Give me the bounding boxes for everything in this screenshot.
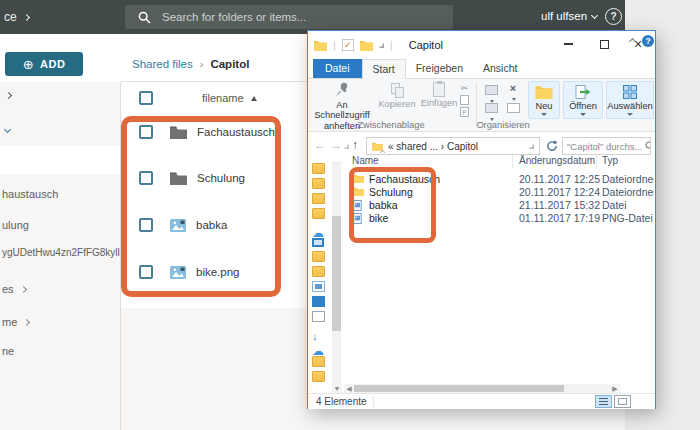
sidebar-selected-item[interactable]: [0, 146, 120, 174]
refresh-icon[interactable]: [546, 140, 558, 152]
sidebar-item-fachaustausch[interactable]: haustausch: [2, 188, 58, 200]
copy-path-icon[interactable]: [458, 94, 471, 106]
column-separator[interactable]: [596, 153, 597, 168]
row-checkbox[interactable]: [139, 265, 153, 279]
download-icon[interactable]: [312, 326, 325, 337]
select-all-checkbox[interactable]: [139, 91, 153, 105]
scroll-right-icon[interactable]: ▶: [610, 384, 620, 393]
row-checkbox[interactable]: [139, 218, 153, 232]
column-headers: Name Änderungsdatum Typ: [308, 152, 655, 169]
file-name: babka: [369, 199, 398, 211]
add-button[interactable]: ⊕ ADD: [5, 52, 83, 76]
pc-icon[interactable]: [312, 296, 325, 307]
new-folder-icon[interactable]: [360, 40, 373, 51]
paste-shortcut-icon[interactable]: P: [458, 106, 471, 118]
explorer-file-row[interactable]: Fachaustausch 20.11.2017 12:25 Dateiordn…: [308, 173, 655, 186]
file-name[interactable]: Fachaustausch: [197, 126, 275, 138]
details-view-button[interactable]: [595, 395, 612, 408]
recent-locations-icon[interactable]: [345, 145, 349, 149]
tab-datei[interactable]: Datei: [313, 59, 362, 79]
sidebar-item-es[interactable]: es: [2, 283, 26, 295]
user-menu[interactable]: ulf ulfsen: [541, 10, 587, 22]
horizontal-scrollbar[interactable]: ▼ ◀ ▶: [332, 384, 632, 393]
back-icon[interactable]: ←: [314, 138, 326, 152]
folder-icon[interactable]: [312, 178, 325, 189]
file-row[interactable]: bike.png: [139, 264, 239, 280]
properties-check-icon[interactable]: ✓: [342, 39, 354, 51]
document-icon[interactable]: [312, 311, 325, 322]
file-row[interactable]: babka: [139, 217, 227, 233]
webapp-topbar: ce Search for folders or items... ulf ul…: [0, 0, 625, 34]
file-name[interactable]: Schulung: [197, 172, 245, 184]
copy-button[interactable]: Kopieren: [376, 83, 418, 109]
row-checkbox[interactable]: [139, 125, 153, 139]
tab-start[interactable]: Start: [362, 59, 406, 79]
copy-icon: [391, 83, 404, 98]
address-dropdown-icon[interactable]: [530, 144, 534, 148]
folder-icon[interactable]: [312, 251, 325, 262]
file-type: Datei: [602, 199, 654, 211]
row-checkbox[interactable]: [139, 171, 153, 185]
delete-icon: ×: [504, 83, 522, 93]
search-placeholder: Search for folders or items...: [162, 11, 306, 23]
sidebar-item-schulung[interactable]: ulung: [2, 219, 29, 231]
up-icon[interactable]: ↑: [352, 138, 358, 152]
column-type[interactable]: Typ: [602, 155, 618, 166]
cloud-icon[interactable]: [312, 341, 325, 352]
folder-icon[interactable]: [312, 163, 325, 174]
file-row[interactable]: Schulung: [139, 170, 245, 186]
file-modified: 01.11.2017 17:19: [519, 212, 600, 224]
file-name[interactable]: babka: [196, 219, 227, 231]
tab-freigeben[interactable]: Freigeben: [406, 59, 473, 79]
sidebar-item-me[interactable]: me: [2, 316, 29, 328]
sidebar-item-token[interactable]: ygUDetHwu4zn2FfFG8kyll850: [2, 247, 120, 258]
folder-icon[interactable]: [312, 266, 325, 277]
minimize-button[interactable]: [552, 31, 584, 57]
select-button[interactable]: Auswählen: [606, 81, 654, 119]
scrollbar-thumb[interactable]: [354, 385, 564, 392]
move-to-button[interactable]: [482, 85, 500, 105]
folder-icon[interactable]: [312, 193, 325, 204]
scroll-left-icon[interactable]: ◀: [344, 384, 354, 393]
folder-icon[interactable]: [312, 208, 325, 219]
image-icon[interactable]: [312, 281, 325, 292]
global-search-input[interactable]: Search for folders or items...: [125, 5, 453, 29]
icons-view-button[interactable]: [614, 395, 631, 408]
cloud-icon[interactable]: [312, 223, 325, 234]
explorer-help-icon[interactable]: ?: [642, 35, 654, 47]
folder-icon[interactable]: [312, 356, 325, 367]
breadcrumb-shared-files[interactable]: Shared files: [132, 58, 193, 70]
tree-scroll-down-icon[interactable]: ▼: [332, 384, 342, 393]
maximize-button[interactable]: [588, 31, 620, 57]
open-button[interactable]: Öffnen: [563, 81, 603, 119]
forward-icon[interactable]: →: [330, 138, 342, 152]
plus-circle-icon: ⊕: [23, 57, 34, 72]
explorer-file-row[interactable]: bike 01.11.2017 17:19 PNG-Datei: [308, 212, 655, 225]
help-icon[interactable]: ?: [605, 8, 622, 25]
new-folder-button[interactable]: Neu: [528, 81, 560, 119]
chevron-right-icon[interactable]: [5, 92, 12, 99]
delete-button[interactable]: ×: [504, 83, 522, 103]
rename-button[interactable]: [504, 103, 522, 113]
sidebar-item-ne[interactable]: ne: [2, 345, 14, 357]
monitor-icon[interactable]: [312, 238, 324, 247]
explorer-file-row[interactable]: babka 21.11.2017 15:32 Datei: [308, 199, 655, 212]
paste-button[interactable]: Einfügen: [418, 82, 460, 108]
move-to-icon: [485, 85, 498, 95]
column-name[interactable]: Name: [352, 155, 379, 166]
explorer-file-row[interactable]: Schulung 20.11.2017 12:24 Dateiordner: [308, 186, 655, 199]
topbar-breadcrumb-partial[interactable]: ce: [4, 10, 29, 24]
chevron-down-icon[interactable]: [4, 126, 11, 133]
quick-access-toolbar-dropdown-icon[interactable]: [379, 43, 383, 47]
folder-icon[interactable]: [312, 371, 325, 382]
file-name[interactable]: bike.png: [196, 266, 239, 278]
file-row[interactable]: Fachaustausch: [139, 124, 275, 140]
column-modified[interactable]: Änderungsdatum: [519, 155, 595, 166]
column-separator[interactable]: [512, 153, 513, 168]
chevron-down-icon[interactable]: [591, 12, 598, 19]
sort-ascending-icon[interactable]: [251, 96, 257, 101]
tree-scrollbar-thumb[interactable]: [332, 216, 341, 331]
tab-ansicht[interactable]: Ansicht: [473, 59, 527, 79]
filename-column-header[interactable]: filename: [202, 92, 244, 104]
cut-icon[interactable]: ✂: [458, 82, 471, 94]
